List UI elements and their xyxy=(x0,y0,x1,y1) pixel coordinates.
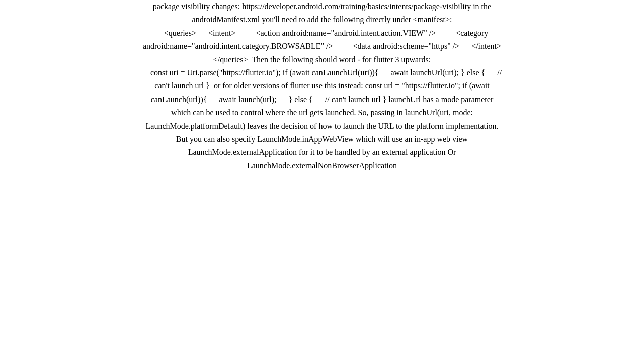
body-text: package visibility changes: https://deve… xyxy=(141,0,503,172)
main-content: package visibility changes: https://deve… xyxy=(121,0,523,172)
